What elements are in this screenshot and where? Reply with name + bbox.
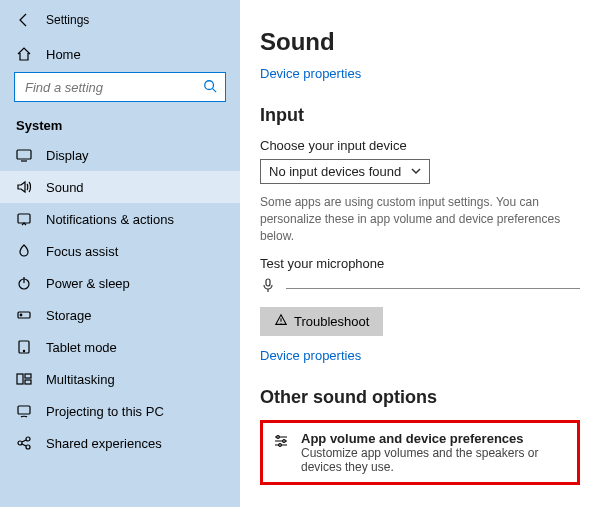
- sliders-icon: [273, 433, 289, 449]
- shared-icon: [16, 435, 32, 451]
- main-content: Sound Device properties Input Choose you…: [240, 0, 600, 507]
- power-icon: [16, 275, 32, 291]
- focus-assist-icon: [16, 243, 32, 259]
- nav-label: Sound: [46, 180, 84, 195]
- nav-label: Display: [46, 148, 89, 163]
- home-item[interactable]: Home: [0, 38, 240, 70]
- svg-point-17: [283, 440, 286, 443]
- app-volume-title: App volume and device preferences: [301, 431, 567, 446]
- home-label: Home: [46, 47, 81, 62]
- device-properties-link[interactable]: Device properties: [260, 66, 580, 81]
- svg-point-16: [277, 436, 280, 439]
- sidebar-item-display[interactable]: Display: [0, 139, 240, 171]
- device-properties-link-2[interactable]: Device properties: [260, 348, 580, 363]
- test-mic-label: Test your microphone: [260, 256, 580, 271]
- svg-rect-11: [18, 406, 30, 414]
- warning-icon: [274, 313, 288, 330]
- mic-level-bar: [286, 288, 580, 289]
- sound-icon: [16, 179, 32, 195]
- nav-label: Storage: [46, 308, 92, 323]
- sidebar-item-notifications[interactable]: Notifications & actions: [0, 203, 240, 235]
- sidebar-section-title: System: [0, 110, 240, 139]
- projecting-icon: [16, 403, 32, 419]
- chevron-down-icon: [411, 164, 421, 179]
- svg-rect-1: [17, 150, 31, 159]
- svg-point-18: [279, 444, 282, 447]
- nav-label: Power & sleep: [46, 276, 130, 291]
- svg-rect-15: [266, 279, 270, 286]
- sidebar-item-power[interactable]: Power & sleep: [0, 267, 240, 299]
- storage-icon: [16, 307, 32, 323]
- back-icon[interactable]: [16, 12, 32, 28]
- search-wrap: [0, 70, 240, 110]
- multitasking-icon: [16, 371, 32, 387]
- svg-point-7: [23, 350, 24, 351]
- svg-point-5: [20, 314, 22, 316]
- svg-rect-9: [25, 374, 31, 378]
- sidebar-item-multitasking[interactable]: Multitasking: [0, 363, 240, 395]
- other-heading: Other sound options: [260, 387, 580, 408]
- search-input[interactable]: [23, 79, 203, 96]
- svg-rect-8: [17, 374, 23, 384]
- sidebar-item-storage[interactable]: Storage: [0, 299, 240, 331]
- input-heading: Input: [260, 105, 580, 126]
- input-hint: Some apps are using custom input setting…: [260, 194, 580, 244]
- app-volume-preferences[interactable]: App volume and device preferences Custom…: [260, 420, 580, 485]
- nav-label: Tablet mode: [46, 340, 117, 355]
- home-icon: [16, 46, 32, 62]
- svg-rect-2: [18, 214, 30, 223]
- troubleshoot-label: Troubleshoot: [294, 314, 369, 329]
- nav-label: Notifications & actions: [46, 212, 174, 227]
- input-device-label: Choose your input device: [260, 138, 580, 153]
- settings-window: Settings Home System Display Sound: [0, 0, 600, 507]
- sidebar-item-focus-assist[interactable]: Focus assist: [0, 235, 240, 267]
- microphone-icon: [260, 277, 276, 293]
- troubleshoot-button[interactable]: Troubleshoot: [260, 307, 383, 336]
- search-box[interactable]: [14, 72, 226, 102]
- titlebar: Settings: [0, 6, 240, 38]
- sidebar: Settings Home System Display Sound: [0, 0, 240, 507]
- nav-label: Shared experiences: [46, 436, 162, 451]
- notifications-icon: [16, 211, 32, 227]
- page-title: Sound: [260, 28, 580, 56]
- nav-label: Focus assist: [46, 244, 118, 259]
- nav-label: Projecting to this PC: [46, 404, 164, 419]
- app-volume-subtitle: Customize app volumes and the speakers o…: [301, 446, 567, 474]
- input-device-select[interactable]: No input devices found: [260, 159, 430, 184]
- mic-test-row: [260, 277, 580, 293]
- sidebar-item-projecting[interactable]: Projecting to this PC: [0, 395, 240, 427]
- titlebar-label: Settings: [46, 13, 89, 27]
- tablet-icon: [16, 339, 32, 355]
- svg-point-0: [205, 80, 214, 89]
- svg-rect-10: [25, 380, 31, 384]
- display-icon: [16, 147, 32, 163]
- search-icon: [203, 79, 217, 96]
- sidebar-item-sound[interactable]: Sound: [0, 171, 240, 203]
- sidebar-item-tablet[interactable]: Tablet mode: [0, 331, 240, 363]
- app-volume-text: App volume and device preferences Custom…: [301, 431, 567, 474]
- sidebar-item-shared[interactable]: Shared experiences: [0, 427, 240, 459]
- svg-point-14: [26, 445, 30, 449]
- svg-point-13: [26, 437, 30, 441]
- input-device-value: No input devices found: [269, 164, 401, 179]
- svg-point-12: [18, 441, 22, 445]
- nav-label: Multitasking: [46, 372, 115, 387]
